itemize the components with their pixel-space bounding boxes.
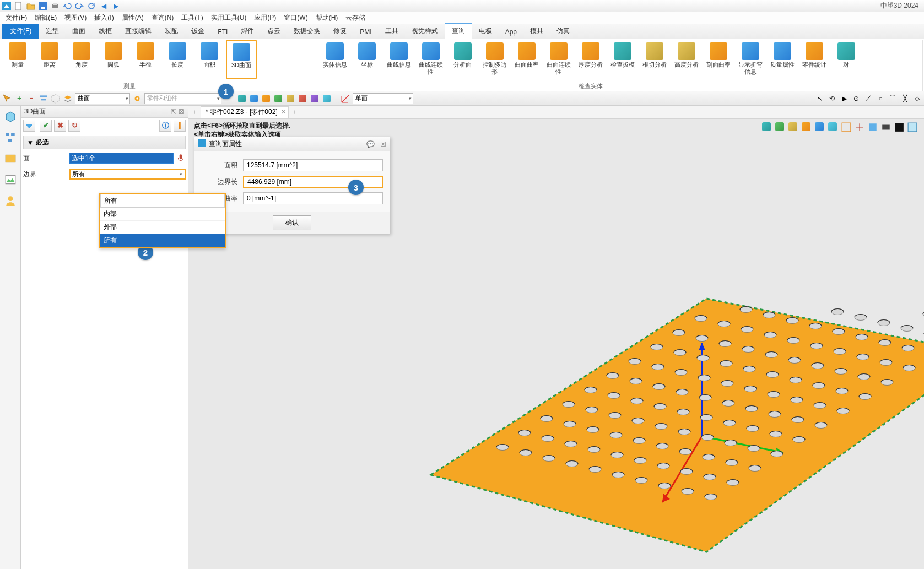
vt-icon-11[interactable] xyxy=(894,122,904,132)
btn-height[interactable]: 高度分析 xyxy=(671,40,702,79)
print-icon[interactable] xyxy=(51,2,60,10)
dd-partcomp[interactable]: 零件和组件 xyxy=(144,93,221,104)
tab-apptab[interactable]: App xyxy=(499,25,523,39)
menu-edit[interactable]: 编辑(E) xyxy=(35,13,57,23)
tab-pmi[interactable]: PMI xyxy=(353,25,378,39)
btn-undercut[interactable]: 根切分析 xyxy=(639,40,670,79)
rot-icon[interactable]: ⟲ xyxy=(827,94,837,104)
vt-icon-8[interactable] xyxy=(855,122,864,132)
panel-pin-icon[interactable]: ⇱ xyxy=(171,108,176,116)
btn-measure[interactable]: 测量 xyxy=(2,40,33,79)
close-icon[interactable]: ✕ xyxy=(281,109,286,116)
tab-mold[interactable]: 模具 xyxy=(523,24,550,39)
vt-icon-9[interactable] xyxy=(868,122,878,132)
tab-repair[interactable]: 修复 xyxy=(327,24,353,39)
tool-icon-1[interactable] xyxy=(237,94,247,104)
tool-icon-5[interactable] xyxy=(285,94,295,104)
btn-ctrlpoly[interactable]: 控制多边形 xyxy=(479,40,510,79)
tool-icon-2[interactable] xyxy=(249,94,259,104)
btn-arc[interactable]: 圆弧 xyxy=(98,40,129,79)
lefticon-tree[interactable] xyxy=(4,131,17,144)
new-icon[interactable] xyxy=(14,2,23,10)
btn-distance[interactable]: 距离 xyxy=(34,40,65,79)
tab-file[interactable]: 文件(F) xyxy=(2,24,39,39)
tab-tools[interactable]: 工具 xyxy=(379,24,405,39)
play-icon[interactable]: ▶ xyxy=(839,94,849,104)
btn-sectioncurv[interactable]: 剖面曲率 xyxy=(703,40,734,79)
option-all[interactable]: 所有 xyxy=(100,234,225,247)
ext-icon-1[interactable]: ⊙ xyxy=(851,94,861,104)
options-button[interactable] xyxy=(174,120,186,132)
save-icon[interactable] xyxy=(39,2,47,10)
vt-icon-12[interactable] xyxy=(907,122,917,132)
vt-icon-10[interactable] xyxy=(881,122,891,132)
vt-icon-4[interactable] xyxy=(802,122,812,132)
tab-simulation[interactable]: 仿真 xyxy=(550,24,576,39)
tab-directedit[interactable]: 直接编辑 xyxy=(118,24,158,39)
btn-coord[interactable]: 坐标 xyxy=(352,40,382,79)
floatwin-close-icon[interactable]: ☒ xyxy=(380,140,386,148)
tab-pointcloud[interactable]: 点云 xyxy=(261,24,287,39)
tab-assembly[interactable]: 装配 xyxy=(158,24,185,39)
layer-icon[interactable] xyxy=(63,94,73,104)
btn-compare[interactable]: 对 xyxy=(831,40,862,79)
tool-icon-4[interactable] xyxy=(273,94,283,104)
dd-singleface[interactable]: 单面 xyxy=(353,93,413,104)
open-icon[interactable] xyxy=(26,2,35,10)
btn-area[interactable]: 面积 xyxy=(194,40,225,79)
btn-thickness[interactable]: 厚度分析 xyxy=(575,40,606,79)
lefticon-user[interactable] xyxy=(4,194,17,207)
ext-icon-4[interactable]: ⌒ xyxy=(888,94,898,104)
redo-icon[interactable] xyxy=(75,2,84,10)
menu-cloud[interactable]: 云存储 xyxy=(345,13,365,23)
tab-fti[interactable]: FTI xyxy=(211,25,234,39)
menu-file[interactable]: 文件(F) xyxy=(6,13,27,23)
menu-insert[interactable]: 插入(I) xyxy=(94,13,114,23)
btn-radius[interactable]: 半径 xyxy=(130,40,161,79)
nav-next-icon[interactable]: ▶ xyxy=(111,2,120,10)
cursor-icon[interactable]: ↖ xyxy=(815,94,825,104)
minus-icon[interactable]: － xyxy=(26,94,36,104)
btn-3dsurface[interactable]: 3D曲面 xyxy=(226,40,257,79)
btn-surfcurv[interactable]: 曲面曲率 xyxy=(511,40,542,79)
lefticon-cube[interactable] xyxy=(4,110,17,123)
ok-button[interactable]: 确认 xyxy=(273,215,311,230)
lefticon-image[interactable] xyxy=(4,173,17,186)
vt-icon-1[interactable] xyxy=(762,122,772,132)
tab-wireframe[interactable]: 线框 xyxy=(92,24,118,39)
floatwin-min-icon[interactable]: 💬 xyxy=(366,140,375,148)
menu-utilities[interactable]: 实用工具(U) xyxy=(211,13,247,23)
option-outer[interactable]: 外部 xyxy=(100,221,225,234)
gear-icon[interactable] xyxy=(132,94,142,104)
tab-sheetmetal[interactable]: 钣金 xyxy=(185,24,211,39)
btn-massprop[interactable]: 质量属性 xyxy=(767,40,798,79)
dd-surface[interactable]: 曲面 xyxy=(75,93,130,104)
btn-entityinfo[interactable]: 实体信息 xyxy=(320,40,350,79)
tab-surface[interactable]: 曲面 xyxy=(66,24,92,39)
btn-draft[interactable]: 检查拔模 xyxy=(607,40,638,79)
tab-exchange[interactable]: 数据交换 xyxy=(287,24,327,39)
boundary-dropdown-list[interactable]: 所有 内部 外部 所有 xyxy=(99,193,226,248)
tool-icon-6[interactable] xyxy=(298,94,307,104)
document-tab[interactable]: * 零件002.Z3 - [零件002] ✕ xyxy=(201,106,289,118)
hexagon-icon[interactable] xyxy=(51,94,61,104)
tool-icon-3[interactable] xyxy=(261,94,271,104)
btn-angle[interactable]: 角度 xyxy=(66,40,97,79)
btn-partstat[interactable]: 零件统计 xyxy=(799,40,830,79)
vt-icon-7[interactable] xyxy=(841,122,851,132)
undo-icon[interactable] xyxy=(63,2,72,10)
nav-prev-icon[interactable]: ◀ xyxy=(99,2,108,10)
menu-tools[interactable]: 工具(T) xyxy=(181,13,203,23)
tab-weldment[interactable]: 焊件 xyxy=(234,24,261,39)
lefticon-box[interactable] xyxy=(4,152,17,165)
tab-modeling[interactable]: 造型 xyxy=(39,24,66,39)
ext-icon-5[interactable]: ╳ xyxy=(900,94,910,104)
vt-icon-6[interactable] xyxy=(828,122,838,132)
menu-query[interactable]: 查询(N) xyxy=(152,13,174,23)
btn-curvecont[interactable]: 曲线连续性 xyxy=(415,40,446,79)
refresh-icon[interactable] xyxy=(87,2,96,10)
btn-surfcont[interactable]: 曲面连续性 xyxy=(543,40,574,79)
section-header-required[interactable]: ▼必选 xyxy=(23,136,186,149)
tool-icon-7[interactable] xyxy=(310,94,320,104)
select-icon[interactable] xyxy=(2,94,12,104)
